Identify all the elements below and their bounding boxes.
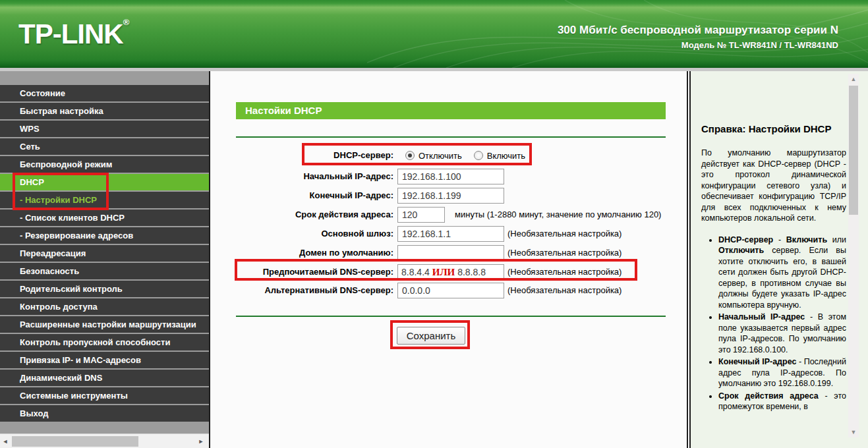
help-panel: Справка: Настройки DHCP По умолчанию мар… xyxy=(689,71,868,448)
sidebar-item-status[interactable]: Состояние xyxy=(0,85,209,101)
domain-hint: (Необязательная настройка) xyxy=(507,244,622,262)
sidebar-item-bandwidth-control[interactable]: Контроль пропускной способности xyxy=(0,334,209,350)
help-bullet-list: DHCP-сервер - Включить или Отключить сер… xyxy=(718,235,846,412)
sidebar-item-wireless[interactable]: Беспроводной режим xyxy=(0,156,209,173)
secondary-dns-hint: (Необязательная настройка) xyxy=(507,282,622,299)
end-ip-row: Конечный IP-адрес: xyxy=(210,187,672,204)
sidebar-item-logout[interactable]: Выход xyxy=(0,405,209,422)
primary-dns-label: Предпочитаемый DNS-сервер: xyxy=(210,264,393,281)
lease-time-label: Срок действия адреса: xyxy=(210,206,393,223)
help-title: Справка: Настройки DHCP xyxy=(701,123,846,136)
sidebar-item-dhcp-settings[interactable]: - Настройки DHCP xyxy=(0,192,209,208)
start-ip-label: Начальный IP-адрес: xyxy=(210,168,393,185)
model-number: Модель № TL-WR841N / TL-WR841ND xyxy=(558,40,838,50)
help-bullet-lease-time: Срок действия адреса - это промежуток вр… xyxy=(718,391,846,412)
dhcp-server-row: DHCP-сервер: Отключить Включить xyxy=(210,147,672,164)
scroll-left-icon[interactable]: ◄ xyxy=(0,434,11,448)
lease-time-row: Срок действия адреса: минуты (1-2880 мин… xyxy=(210,206,672,223)
primary-dns-field[interactable]: 8.8.4.4 ИЛИ 8.8.8.8 xyxy=(397,264,504,280)
sidebar-item-dhcp[interactable]: DHCP xyxy=(0,174,209,190)
sidebar-item-dynamic-dns[interactable]: Динамический DNS xyxy=(0,370,209,386)
help-bullet-dhcp-server: DHCP-сервер - Включить или Отключить сер… xyxy=(718,235,846,311)
sidebar-item-security[interactable]: Безопасность xyxy=(0,263,209,279)
dhcp-disable-radio[interactable] xyxy=(405,151,415,160)
domain-row: Домен по умолчанию: (Необязательная наст… xyxy=(210,244,672,262)
secondary-dns-field[interactable] xyxy=(397,283,504,298)
dhcp-enable-label: Включить xyxy=(487,151,525,161)
sidebar-item-system-tools[interactable]: Системные инструменты xyxy=(0,387,209,404)
sidebar-item-access-control[interactable]: Контроль доступа xyxy=(0,298,209,315)
horizontal-scrollbar-thumb[interactable] xyxy=(12,436,138,447)
help-vertical-scrollbar[interactable]: ▲ ▼ xyxy=(848,74,859,437)
sidebar-item-wps[interactable]: WPS xyxy=(0,121,209,137)
dhcp-server-label: DHCP-сервер: xyxy=(210,147,393,164)
scroll-up-icon[interactable]: ▲ xyxy=(848,74,859,84)
secondary-dns-row: Альтернативный DNS-сервер: (Необязательн… xyxy=(210,282,672,299)
sidebar-item-address-reservation[interactable]: - Резервирование адресов xyxy=(0,227,209,244)
primary-dns-hint: (Необязательная настройка) xyxy=(507,264,622,281)
help-bullet-start-ip: Начальный IP-адрес - В этом поле указыва… xyxy=(718,312,846,355)
sidebar-item-parental-control[interactable]: Родительский контроль xyxy=(0,281,209,297)
help-intro: По умолчанию маршрутизатор действует как… xyxy=(701,148,846,224)
sidebar-horizontal-scrollbar[interactable]: ◄ ► xyxy=(0,434,209,448)
sidebar-item-forwarding[interactable]: Переадресация xyxy=(0,245,209,262)
primary-dns-value-a: 8.8.4.4 xyxy=(401,267,430,277)
sidebar-item-dhcp-clients[interactable]: - Список клиентов DHCP xyxy=(0,210,209,226)
main-panel: Настойки DHCP DHCP-сервер: Отключить Вкл… xyxy=(209,71,688,448)
gateway-row: Основной шлюз: (Необязательная настройка… xyxy=(210,225,672,242)
form-bottom-separator xyxy=(236,316,666,317)
start-ip-row: Начальный IP-адрес: xyxy=(210,168,672,185)
scroll-right-icon[interactable]: ► xyxy=(196,434,206,448)
form-top-separator xyxy=(236,136,666,138)
gateway-hint: (Необязательная настройка) xyxy=(507,225,622,242)
dhcp-disable-label: Отключить xyxy=(419,151,462,161)
sidebar-menu: Состояние Быстрая настройка WPS Сеть Бес… xyxy=(0,85,209,423)
scroll-down-icon[interactable]: ▼ xyxy=(848,427,859,437)
product-tagline: 300 Мбит/с беспроводной маршрутизатор се… xyxy=(558,24,838,37)
secondary-dns-label: Альтернативный DNS-сервер: xyxy=(210,282,393,299)
gateway-label: Основной шлюз: xyxy=(210,225,393,242)
save-button[interactable]: Сохранить xyxy=(397,327,465,345)
help-bullet-end-ip: Конечный IP-адрес - Последний адрес пула… xyxy=(718,356,846,389)
start-ip-field[interactable] xyxy=(397,169,504,184)
domain-field[interactable] xyxy=(397,245,504,261)
or-annotation: ИЛИ xyxy=(432,267,455,277)
sidebar-item-network[interactable]: Сеть xyxy=(0,138,209,155)
page-title: Настойки DHCP xyxy=(236,102,666,119)
primary-dns-row: Предпочитаемый DNS-сервер: 8.8.4.4 ИЛИ 8… xyxy=(210,264,672,281)
router-admin-page: TP-LINK® 300 Мбит/с беспроводной маршрут… xyxy=(0,0,868,448)
registered-trademark-icon: ® xyxy=(123,17,130,27)
end-ip-field[interactable] xyxy=(397,188,504,204)
dhcp-enable-radio[interactable] xyxy=(474,151,483,160)
vertical-scrollbar-thumb[interactable] xyxy=(849,86,858,215)
primary-dns-value-b: 8.8.8.8 xyxy=(457,267,486,277)
lease-time-field[interactable] xyxy=(397,207,445,223)
lease-time-hint: минуты (1-2880 минут, значение по умолча… xyxy=(455,206,661,223)
sidebar-item-ip-mac-binding[interactable]: Привязка IP- и MAC-адресов xyxy=(0,352,209,368)
sidebar-item-advanced-routing[interactable]: Расширенные настройки маршрутизации xyxy=(0,316,209,333)
sidebar: Состояние Быстрая настройка WPS Сеть Бес… xyxy=(0,71,209,448)
domain-label: Домен по умолчанию: xyxy=(210,244,393,262)
header-banner: TP-LINK® 300 Мбит/с беспроводной маршрут… xyxy=(0,0,868,68)
end-ip-label: Конечный IP-адрес: xyxy=(210,187,393,204)
sidebar-item-quick-setup[interactable]: Быстрая настройка xyxy=(0,103,209,119)
gateway-field[interactable] xyxy=(397,226,504,242)
tp-link-logo: TP-LINK® xyxy=(18,17,129,50)
